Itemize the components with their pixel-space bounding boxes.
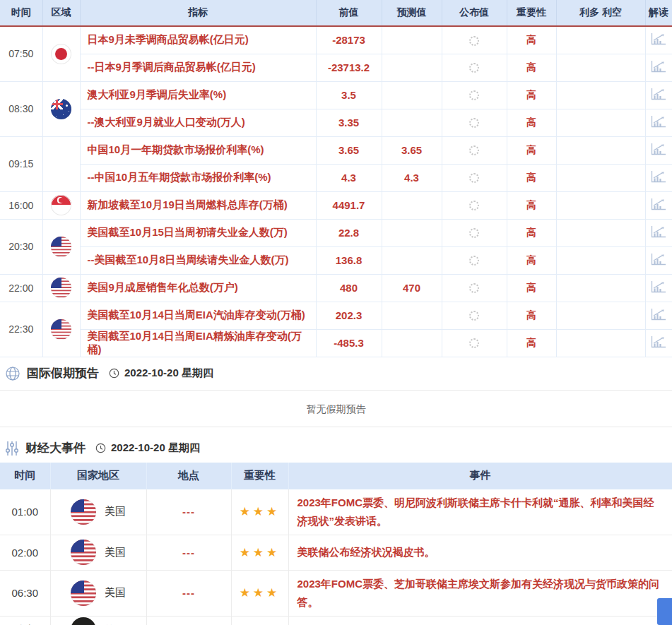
- events-header-row: 时间 国家地区 地点 重要性 事件: [0, 463, 672, 489]
- indicator-cell[interactable]: --美国截至10月8日当周续请失业金人数(万): [80, 246, 316, 274]
- explain-cell[interactable]: [645, 302, 672, 329]
- holiday-empty-message: 暂无假期预告: [0, 391, 672, 427]
- event-time: 01:00: [0, 489, 50, 535]
- explain-cell[interactable]: [645, 274, 672, 302]
- loading-spinner-icon: [469, 145, 479, 155]
- calendar-row: 20:30 美国截至10月15日当周初请失业金人数(万) 22.8 高: [0, 219, 672, 246]
- chart-icon[interactable]: [651, 225, 666, 238]
- chart-icon[interactable]: [651, 115, 666, 128]
- prev-value: 3.5: [316, 81, 382, 109]
- col-published: 公布值: [442, 0, 507, 26]
- indicator-cell[interactable]: 中国10月一年期贷款市场报价利率(%): [80, 136, 316, 164]
- indicator-cell[interactable]: 澳大利亚9月季调后失业率(%): [80, 81, 316, 109]
- explain-cell[interactable]: [645, 26, 672, 54]
- country-label: 美国: [105, 586, 126, 600]
- importance-cell: 高: [507, 164, 556, 191]
- indicator-cell[interactable]: 美国截至10月14日当周EIA汽油库存变动(万桶): [80, 302, 316, 329]
- usa-flag-icon: [51, 319, 71, 340]
- calendar-header-row: 时间 区域 指标 前值 预测值 公布值 重要性 利多 利空 解读: [0, 0, 672, 26]
- events-section-header: 财经大事件 2022-10-20 星期四: [0, 434, 672, 463]
- event-country-cell: 美国: [50, 535, 146, 570]
- published-value: [442, 246, 507, 274]
- col-explain: 解读: [645, 0, 672, 26]
- chart-icon[interactable]: [651, 143, 666, 155]
- explain-cell[interactable]: [645, 136, 672, 164]
- time-cell: 20:30: [0, 219, 42, 274]
- bull-bear-cell: [556, 246, 645, 274]
- loading-spinner-icon: [469, 283, 479, 293]
- bull-bear-cell: [556, 109, 645, 136]
- calendar-row: --澳大利亚9月就业人口变动(万人) 3.35 高: [0, 109, 672, 136]
- bull-bear-cell: [556, 274, 645, 302]
- event-importance: ★★★: [231, 489, 288, 535]
- indicator-cell[interactable]: --澳大利亚9月就业人口变动(万人): [80, 109, 316, 136]
- indicator-cell[interactable]: 美国9月成屋销售年化总数(万户): [80, 274, 316, 302]
- loading-spinner-icon: [469, 90, 479, 100]
- indicator-cell[interactable]: 日本9月未季调商品贸易帐(亿日元): [80, 26, 316, 54]
- chart-icon[interactable]: [651, 32, 666, 45]
- indicator-cell[interactable]: --中国10月五年期贷款市场报价利率(%): [80, 164, 316, 191]
- chart-icon[interactable]: [651, 198, 666, 210]
- chart-icon[interactable]: [651, 335, 666, 348]
- explain-cell[interactable]: [645, 109, 672, 136]
- explain-cell[interactable]: [645, 329, 672, 357]
- importance-cell: 高: [507, 54, 556, 81]
- prev-value: 4491.7: [316, 191, 382, 219]
- time-cell: 22:00: [0, 274, 42, 302]
- chart-icon[interactable]: [651, 88, 666, 100]
- explain-cell[interactable]: [645, 164, 672, 191]
- col-importance: 重要性: [507, 0, 556, 26]
- event-time: 02:00: [0, 535, 50, 570]
- australia-flag-icon: [51, 99, 71, 119]
- chart-icon[interactable]: [651, 280, 666, 293]
- col-region: 区域: [42, 0, 80, 26]
- event-location: ---: [146, 570, 231, 616]
- bull-bear-cell: [556, 329, 645, 357]
- loading-spinner-icon: [469, 338, 479, 348]
- region-flag-cell: [42, 191, 80, 219]
- time-cell: 07:50: [0, 26, 42, 81]
- globe-icon: [5, 366, 20, 381]
- calendar-row: 08:30 澳大利亚9月季调后失业率(%) 3.5 高: [0, 81, 672, 109]
- indicator-cell[interactable]: 美国截至10月15日当周初请失业金人数(万): [80, 219, 316, 246]
- loading-spinner-icon: [469, 36, 479, 46]
- indicator-cell[interactable]: 美国截至10月14日当周EIA精炼油库存变动(万桶): [80, 329, 316, 357]
- prev-value: -28173: [316, 26, 382, 54]
- floating-side-tab[interactable]: [657, 598, 672, 625]
- importance-cell: 高: [507, 191, 556, 219]
- calendar-row: 09:15 中国10月一年期贷款市场报价利率(%) 3.65 3.65 高: [0, 136, 672, 164]
- explain-cell[interactable]: [645, 81, 672, 109]
- time-cell: 08:30: [0, 81, 42, 136]
- region-flag-cell: [42, 136, 80, 191]
- country-label: 美国: [105, 546, 126, 559]
- holiday-section-date: 2022-10-20 星期四: [124, 367, 213, 380]
- explain-cell[interactable]: [645, 219, 672, 246]
- published-value: [442, 219, 507, 246]
- region-flag-cell: [42, 81, 80, 136]
- col-event: 事件: [288, 463, 672, 489]
- indicator-cell[interactable]: 新加坡截至10月19日当周燃料总库存(万桶): [80, 191, 316, 219]
- prev-value: 136.8: [316, 246, 382, 274]
- loading-spinner-icon: [469, 173, 479, 183]
- event-text: 欧洲央行公布季度欧元区经济预期调查。: [288, 616, 672, 625]
- chart-icon[interactable]: [651, 60, 666, 73]
- importance-cell: 高: [507, 26, 556, 54]
- indicator-cell[interactable]: --日本9月季调后商品贸易帐(亿日元): [80, 54, 316, 81]
- loading-spinner-icon: [469, 201, 479, 210]
- explain-cell[interactable]: [645, 54, 672, 81]
- explain-cell[interactable]: [645, 246, 672, 274]
- forecast-value: 3.65: [382, 136, 442, 164]
- importance-cell: 高: [507, 219, 556, 246]
- chart-icon[interactable]: [651, 170, 666, 183]
- loading-spinner-icon: [469, 311, 479, 321]
- region-flag-cell: [42, 302, 80, 357]
- event-country-cell: 德国: [50, 616, 146, 625]
- chart-icon[interactable]: [651, 308, 666, 321]
- explain-cell[interactable]: [645, 191, 672, 219]
- published-value: [442, 81, 507, 109]
- chart-icon[interactable]: [651, 253, 666, 266]
- usa-flag-icon: [71, 581, 96, 606]
- usa-flag-icon: [71, 499, 96, 525]
- calendar-row: --日本9月季调后商品贸易帐(亿日元) -23713.2 高: [0, 54, 672, 81]
- time-cell: 22:30: [0, 302, 42, 357]
